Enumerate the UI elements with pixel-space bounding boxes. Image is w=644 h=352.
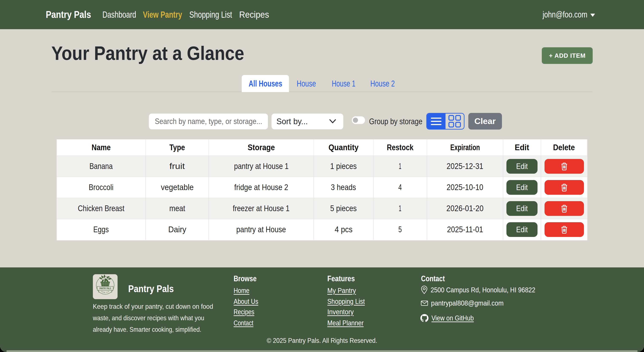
svg-text:PANTRY PALS: PANTRY PALS [100,287,111,289]
svg-text:UHM ICS: UHM ICS [101,290,110,293]
